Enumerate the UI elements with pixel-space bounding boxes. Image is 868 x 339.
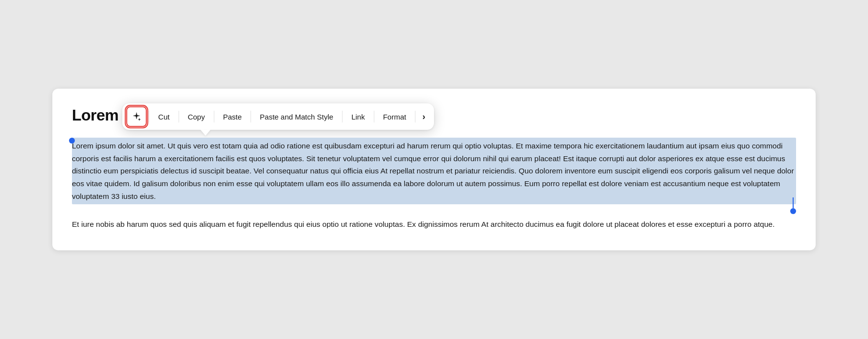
cursor-dot xyxy=(790,208,796,214)
cursor-line xyxy=(793,197,794,208)
cut-button[interactable]: Cut xyxy=(151,109,176,125)
ai-button[interactable] xyxy=(126,106,147,127)
normal-paragraph: Et iure nobis ab harum quos sed quis ali… xyxy=(72,220,775,228)
menu-divider-3 xyxy=(214,111,214,122)
menu-divider-6 xyxy=(374,111,374,122)
content-area: Lorem ipsum dolor sit amet. Ut quis vero… xyxy=(72,138,796,230)
menu-divider-5 xyxy=(342,111,343,122)
format-button[interactable]: Format xyxy=(376,109,413,125)
context-menu: Cut Copy Paste Paste and Match Style Lin… xyxy=(122,103,434,130)
toolbar-area: Lorem Cut Copy Paste Paste and Match Sty… xyxy=(72,103,796,130)
menu-divider-4 xyxy=(251,111,251,122)
menu-divider-7 xyxy=(415,111,415,122)
selected-paragraph: Lorem ipsum dolor sit amet. Ut quis vero… xyxy=(72,142,794,200)
menu-divider-1 xyxy=(149,111,149,122)
copy-button[interactable]: Copy xyxy=(181,109,212,125)
selected-text-block: Lorem ipsum dolor sit amet. Ut quis vero… xyxy=(72,138,796,204)
menu-divider-2 xyxy=(179,111,179,122)
link-button[interactable]: Link xyxy=(344,109,372,125)
page-wrapper: Lorem Cut Copy Paste Paste and Match Sty… xyxy=(52,89,816,250)
more-button[interactable]: › xyxy=(417,108,430,126)
paste-match-style-button[interactable]: Paste and Match Style xyxy=(253,109,340,125)
paste-button[interactable]: Paste xyxy=(216,109,249,125)
normal-text-block: Et iure nobis ab harum quos sed quis ali… xyxy=(72,218,796,231)
page-title: Lorem xyxy=(72,103,118,123)
selection-cursor-bottom xyxy=(790,197,796,214)
